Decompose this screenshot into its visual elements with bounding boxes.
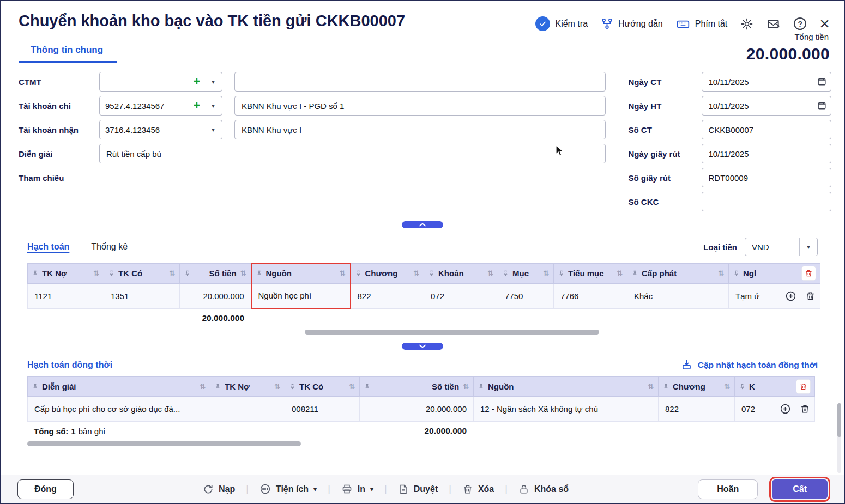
col-header-khoan[interactable]: K [735,377,759,397]
account-out-name-input[interactable] [234,96,606,116]
cell-dien-giai[interactable]: Cấp bù học phí cho cơ sở giáo dục đà... [28,397,210,422]
pin-icon[interactable] [663,384,669,390]
collapse-down-button[interactable] [402,343,443,350]
tab-accounting[interactable]: Hạch toán [27,242,69,252]
delete-row-icon[interactable] [805,291,816,301]
account-out-combo[interactable]: + ▾ [99,96,222,116]
col-header-tieu-muc[interactable]: Tiểu mục⇅ [554,263,627,283]
sort-icon[interactable]: ⇅ [413,269,419,277]
help-icon[interactable]: ? [794,17,806,30]
cell-tk-co[interactable]: 008211 [285,397,360,422]
account-out-add-icon[interactable]: + [192,99,204,113]
sort-icon[interactable]: ⇅ [617,269,623,277]
cell-nguon[interactable]: 12 - Ngân sách Xã không tự chủ [474,397,659,422]
account-out-dropdown-caret[interactable]: ▾ [204,96,222,115]
col-header-nghiep-vu[interactable]: Ngl [729,263,762,283]
pin-icon[interactable] [289,384,295,390]
delete-all-rows-button[interactable] [796,379,811,394]
account-in-name-input[interactable] [234,120,606,139]
sort-icon[interactable]: ⇅ [240,269,246,277]
account-in-code-input[interactable] [100,125,204,135]
account-in-combo[interactable]: ▾ [99,120,222,139]
pin-icon[interactable] [108,270,114,276]
cell-tk-co[interactable]: 1351 [104,283,180,308]
mail-icon[interactable] [766,17,781,31]
pin-icon[interactable] [364,384,370,390]
delete-button[interactable]: Xóa [462,484,494,495]
cell-chuong[interactable]: 822 [659,397,735,422]
col-header-khoan[interactable]: Khoản⇅ [424,263,498,283]
account-out-code-input[interactable] [100,101,192,111]
withdraw-date-input[interactable] [702,144,831,163]
sort-icon[interactable]: ⇅ [93,269,99,277]
cell-so-tien[interactable]: 20.000.000 [360,397,474,422]
sort-icon[interactable]: ⇅ [648,382,654,391]
pin-icon[interactable] [558,270,564,276]
postpone-button[interactable]: Hoãn [698,479,758,499]
pin-icon[interactable] [256,270,262,276]
withdraw-no-input[interactable] [702,168,831,187]
doc-no-input[interactable] [702,120,831,139]
vertical-scrollbar-thumb[interactable] [837,403,841,437]
post-date-input[interactable] [702,96,831,116]
col-header-nguon[interactable]: Nguồn⇅ [474,377,659,397]
ctmt-add-icon[interactable]: + [192,75,204,89]
pin-icon[interactable] [503,270,509,276]
pin-icon[interactable] [32,270,38,276]
pin-icon[interactable] [739,384,745,390]
calendar-icon[interactable] [817,76,827,87]
cell-khoan[interactable]: 072 [735,397,759,422]
save-button[interactable]: Cất [772,479,828,499]
currency-caret[interactable]: ▾ [799,238,817,256]
sort-icon[interactable]: ⇅ [487,269,493,277]
collapse-up-button[interactable] [402,221,443,228]
close-dialog-button[interactable]: Đóng [17,479,74,499]
pin-icon[interactable] [355,270,361,276]
sort-icon[interactable]: ⇅ [169,269,175,277]
cell-cap-phat[interactable]: Khác [627,283,729,308]
sort-icon[interactable]: ⇅ [543,269,549,277]
ctmt-dropdown-caret[interactable]: ▾ [204,72,222,91]
pin-icon[interactable] [632,270,638,276]
lock-button[interactable]: Khóa sổ [518,484,569,495]
pin-icon[interactable] [184,270,190,276]
utilities-button[interactable]: Tiện ích ▾ [259,483,317,495]
pin-icon[interactable] [478,384,484,390]
doc-date-input[interactable] [702,72,831,92]
ctmt-name-input[interactable] [234,72,606,92]
pin-icon[interactable] [733,270,739,276]
shortcut-button[interactable]: Phím tắt [676,17,728,31]
sort-icon[interactable]: ⇅ [349,382,355,391]
cell-tk-no[interactable]: 1121 [28,283,104,308]
calendar-icon[interactable] [817,100,827,111]
check-button[interactable]: Kiểm tra [535,16,588,31]
approve-button[interactable]: Duyệt [398,484,438,495]
hscrollbar-thumb[interactable] [305,330,599,335]
print-button[interactable]: In ▾ [341,483,373,495]
update-simultaneous-button[interactable]: Cập nhật hạch toán đồng thời [681,359,818,371]
ctmt-combo[interactable]: + ▾ [99,72,222,92]
description-input[interactable] [99,144,606,163]
hscrollbar-thumb[interactable] [27,441,301,446]
sort-icon[interactable]: ⇅ [274,382,280,391]
sort-icon[interactable]: ⇅ [463,382,469,391]
col-header-chuong[interactable]: Chương⇅ [659,377,735,397]
sort-icon[interactable]: ⇅ [724,382,730,391]
reload-button[interactable]: Nạp [203,484,235,495]
cell-nguon[interactable]: Nguồn học phí [251,283,351,308]
ckc-no-input[interactable] [702,192,831,211]
account-in-dropdown-caret[interactable]: ▾ [204,120,222,139]
sort-icon[interactable]: ⇅ [718,269,724,277]
add-row-icon[interactable] [780,403,791,415]
col-header-tk-no[interactable]: TK Nợ⇅ [28,263,104,283]
col-header-so-tien[interactable]: Số tiền⇅ [360,377,474,397]
col-header-cap-phat[interactable]: Cấp phát⇅ [627,263,729,283]
guide-button[interactable]: Hướng dẫn [601,17,663,30]
cell-tk-no[interactable] [210,397,285,422]
col-header-so-tien[interactable]: Số tiền⇅ [180,263,251,283]
cell-chuong[interactable]: 822 [351,283,424,308]
delete-row-icon[interactable] [800,404,810,414]
cell-khoan[interactable]: 072 [424,283,498,308]
add-row-icon[interactable] [785,290,796,302]
col-header-dien-giai[interactable]: Diễn giải⇅ [28,377,210,397]
